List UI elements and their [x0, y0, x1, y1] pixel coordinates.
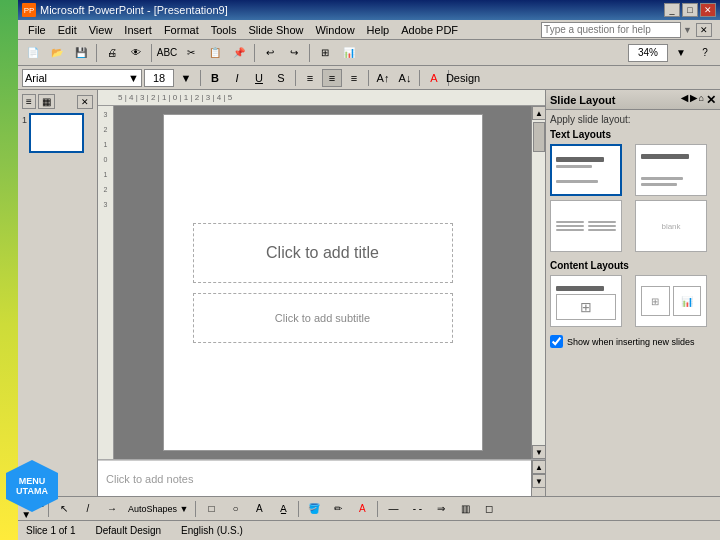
copy-button[interactable]: 📋: [204, 43, 226, 63]
help-button[interactable]: ?: [694, 43, 716, 63]
layout-two-column[interactable]: [550, 200, 622, 252]
shadow-button[interactable]: ▥: [454, 499, 476, 519]
show-when-inserting-checkbox[interactable]: [550, 335, 563, 348]
line-color-button[interactable]: ✏: [327, 499, 349, 519]
font-color[interactable]: A: [424, 69, 444, 87]
underline-button[interactable]: U: [249, 69, 269, 87]
cut-button[interactable]: ✂: [180, 43, 202, 63]
minimize-button[interactable]: _: [664, 3, 680, 17]
italic-button[interactable]: I: [227, 69, 247, 87]
toolbar-sep-4: [309, 44, 310, 62]
menu-help[interactable]: Help: [361, 22, 396, 38]
font-size-up[interactable]: ▼: [176, 69, 196, 87]
increase-font[interactable]: A↑: [373, 69, 393, 87]
save-button[interactable]: 💾: [70, 43, 92, 63]
maximize-button[interactable]: □: [682, 3, 698, 17]
line-style-button[interactable]: —: [382, 499, 404, 519]
insert-chart-button[interactable]: 📊: [338, 43, 360, 63]
redo-button[interactable]: ↪: [283, 43, 305, 63]
panel-home-icon[interactable]: ⌂: [699, 93, 704, 107]
spell-button[interactable]: ABC: [156, 43, 178, 63]
oval-button[interactable]: ○: [224, 499, 246, 519]
vertical-ruler: 3 2 1 0 1 2 3: [98, 106, 114, 459]
slide-vertical-scrollbar[interactable]: ▲ ▼: [531, 106, 545, 459]
menu-format[interactable]: Format: [158, 22, 205, 38]
menu-line2: UTAMA: [16, 486, 48, 496]
shadow-button[interactable]: S: [271, 69, 291, 87]
menu-window[interactable]: Window: [309, 22, 360, 38]
rect-button[interactable]: □: [200, 499, 222, 519]
title-placeholder-text: Click to add title: [266, 244, 379, 262]
left-decoration: [0, 0, 18, 540]
bold-button[interactable]: B: [205, 69, 225, 87]
align-center[interactable]: ≡: [322, 69, 342, 87]
menu-slideshow[interactable]: Slide Show: [242, 22, 309, 38]
format-toolbar: Arial ▼ 18 ▼ B I U S ≡ ≡ ≡ A↑ A↓ A Desig…: [18, 66, 720, 90]
undo-button[interactable]: ↩: [259, 43, 281, 63]
font-color-draw[interactable]: A: [351, 499, 373, 519]
help-search-input[interactable]: [541, 22, 681, 38]
notes-area[interactable]: Click to add notes: [98, 460, 531, 496]
scrollbar-thumb[interactable]: [533, 122, 545, 152]
panel-x-button[interactable]: ✕: [77, 95, 93, 109]
align-left[interactable]: ≡: [300, 69, 320, 87]
align-right[interactable]: ≡: [344, 69, 364, 87]
wordart-button[interactable]: A̲: [272, 499, 294, 519]
select-button[interactable]: ↖: [53, 499, 75, 519]
menu-file[interactable]: File: [22, 22, 52, 38]
zoom-dropdown[interactable]: ▼: [670, 43, 692, 63]
autoshapes-dropdown[interactable]: AutoShapes ▼: [125, 500, 191, 518]
arrow-style-button[interactable]: ⇒: [430, 499, 452, 519]
close-button[interactable]: ✕: [700, 3, 716, 17]
arrow-button[interactable]: →: [101, 499, 123, 519]
panel-close-x[interactable]: ✕: [696, 23, 712, 37]
layout-blank[interactable]: blank: [635, 200, 707, 252]
layout-title-slide[interactable]: [550, 144, 622, 196]
font-size-box[interactable]: 18: [144, 69, 174, 87]
menu-insert[interactable]: Insert: [118, 22, 158, 38]
main-toolbar: 📄 📂 💾 🖨 👁 ABC ✂ 📋 📌 ↩ ↪ ⊞ 📊 34% ▼ ?: [18, 40, 720, 66]
slides-tab[interactable]: ▦: [38, 94, 55, 109]
text-button[interactable]: A: [248, 499, 270, 519]
slide-layout-title: Slide Layout: [550, 94, 615, 106]
scroll-up-button[interactable]: ▲: [532, 106, 545, 120]
panel-forward-icon[interactable]: ▶: [690, 93, 697, 107]
notes-scroll-down[interactable]: ▼: [532, 474, 546, 488]
preview-button[interactable]: 👁: [125, 43, 147, 63]
insert-table-button[interactable]: ⊞: [314, 43, 336, 63]
title-placeholder[interactable]: Click to add title: [193, 223, 453, 283]
font-selector[interactable]: Arial ▼: [22, 69, 142, 87]
slide-thumbnail-1[interactable]: [29, 113, 84, 153]
slide-canvas[interactable]: Click to add title Click to add subtitle: [163, 114, 483, 451]
paste-button[interactable]: 📌: [228, 43, 250, 63]
draw-sep-2: [195, 501, 196, 517]
open-button[interactable]: 📂: [46, 43, 68, 63]
new-button[interactable]: 📄: [22, 43, 44, 63]
print-button[interactable]: 🖨: [101, 43, 123, 63]
slide-layout-body: Apply slide layout: Text Layouts: [546, 110, 720, 496]
menu-tools[interactable]: Tools: [205, 22, 243, 38]
dash-style-button[interactable]: - -: [406, 499, 428, 519]
panel-back-icon[interactable]: ◀: [681, 93, 688, 107]
panel-close-button[interactable]: ✕: [706, 93, 716, 107]
outline-tab[interactable]: ≡: [22, 94, 36, 109]
app-icon-text: PP: [24, 6, 35, 15]
show-checkbox-label: Show when inserting new slides: [567, 337, 695, 347]
status-bar: Slice 1 of 1 Default Design English (U.S…: [18, 520, 720, 540]
fmt-sep-3: [368, 70, 369, 86]
menu-edit[interactable]: Edit: [52, 22, 83, 38]
subtitle-placeholder[interactable]: Click to add subtitle: [193, 293, 453, 343]
3d-button[interactable]: ◻: [478, 499, 500, 519]
notes-scroll-up[interactable]: ▲: [532, 460, 546, 474]
layout-content-1[interactable]: ⊞: [550, 275, 622, 327]
layout-content-2[interactable]: ⊞ 📊: [635, 275, 707, 327]
design-button[interactable]: Design: [453, 69, 473, 87]
decrease-font[interactable]: A↓: [395, 69, 415, 87]
scrollbar-track: [532, 120, 545, 445]
scroll-down-button[interactable]: ▼: [532, 445, 545, 459]
menu-adobepdf[interactable]: Adobe PDF: [395, 22, 464, 38]
line-button[interactable]: /: [77, 499, 99, 519]
menu-view[interactable]: View: [83, 22, 119, 38]
layout-title-only[interactable]: [635, 144, 707, 196]
fill-color-button[interactable]: 🪣: [303, 499, 325, 519]
